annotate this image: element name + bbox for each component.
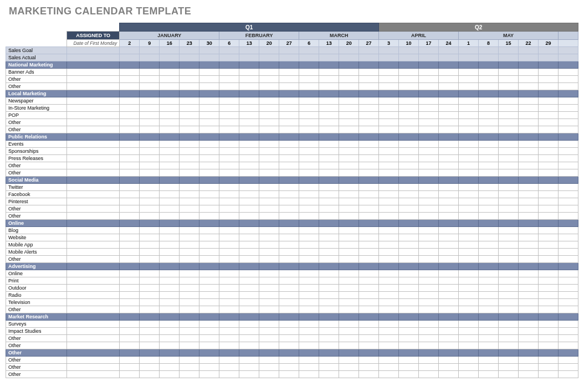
grid-cell[interactable]: [499, 148, 519, 155]
grid-cell[interactable]: [279, 97, 299, 105]
grid-cell[interactable]: [439, 349, 459, 357]
grid-cell[interactable]: [120, 191, 140, 198]
row-label[interactable]: Website: [6, 234, 67, 241]
grid-cell[interactable]: [399, 141, 419, 148]
grid-cell[interactable]: [160, 357, 180, 364]
grid-cell[interactable]: [419, 191, 439, 198]
grid-cell[interactable]: [339, 234, 359, 241]
grid-cell[interactable]: [379, 285, 399, 292]
grid-cell[interactable]: [538, 227, 558, 234]
grid-cell[interactable]: [359, 213, 379, 220]
grid-cell[interactable]: [519, 126, 539, 133]
week-cell[interactable]: 3: [379, 40, 399, 47]
grid-cell[interactable]: [558, 277, 578, 285]
assigned-cell[interactable]: [67, 133, 120, 141]
grid-cell[interactable]: [538, 133, 558, 141]
grid-cell[interactable]: [499, 133, 519, 141]
grid-cell[interactable]: [160, 97, 180, 105]
grid-cell[interactable]: [439, 61, 459, 69]
grid-cell[interactable]: [359, 76, 379, 83]
grid-cell[interactable]: [479, 234, 499, 241]
grid-cell[interactable]: [459, 227, 479, 234]
grid-cell[interactable]: [180, 54, 199, 61]
row-label[interactable]: Twitter: [6, 184, 67, 191]
grid-cell[interactable]: [519, 263, 539, 270]
grid-cell[interactable]: [299, 90, 319, 97]
grid-cell[interactable]: [239, 285, 259, 292]
grid-cell[interactable]: [279, 83, 299, 90]
grid-cell[interactable]: [279, 249, 299, 256]
grid-cell[interactable]: [219, 292, 239, 299]
grid-cell[interactable]: [538, 184, 558, 191]
grid-cell[interactable]: [219, 249, 239, 256]
grid-cell[interactable]: [519, 364, 539, 371]
grid-cell[interactable]: [379, 76, 399, 83]
grid-cell[interactable]: [479, 263, 499, 270]
grid-cell[interactable]: [399, 371, 419, 378]
grid-cell[interactable]: [299, 371, 319, 378]
grid-cell[interactable]: [519, 241, 539, 249]
grid-cell[interactable]: [538, 371, 558, 378]
grid-cell[interactable]: [279, 299, 299, 306]
grid-cell[interactable]: [399, 133, 419, 141]
grid-cell[interactable]: [359, 61, 379, 69]
grid-cell[interactable]: [180, 112, 199, 119]
grid-cell[interactable]: [538, 292, 558, 299]
grid-cell[interactable]: [558, 83, 578, 90]
grid-cell[interactable]: [319, 306, 339, 313]
grid-cell[interactable]: [499, 105, 519, 112]
grid-cell[interactable]: [279, 54, 299, 61]
grid-cell[interactable]: [519, 90, 539, 97]
grid-cell[interactable]: [199, 220, 219, 227]
grid-cell[interactable]: [558, 292, 578, 299]
row-label[interactable]: Newspaper: [6, 97, 67, 105]
grid-cell[interactable]: [339, 321, 359, 328]
grid-cell[interactable]: [439, 54, 459, 61]
grid-cell[interactable]: [339, 69, 359, 76]
grid-cell[interactable]: [558, 220, 578, 227]
grid-cell[interactable]: [538, 328, 558, 335]
grid-cell[interactable]: [379, 249, 399, 256]
grid-cell[interactable]: [140, 357, 160, 364]
grid-cell[interactable]: [259, 83, 279, 90]
grid-cell[interactable]: [199, 299, 219, 306]
grid-cell[interactable]: [279, 220, 299, 227]
grid-cell[interactable]: [259, 285, 279, 292]
grid-cell[interactable]: [279, 162, 299, 169]
grid-cell[interactable]: [459, 299, 479, 306]
grid-cell[interactable]: [379, 371, 399, 378]
grid-cell[interactable]: [259, 162, 279, 169]
grid-cell[interactable]: [538, 263, 558, 270]
grid-cell[interactable]: [479, 76, 499, 83]
grid-cell[interactable]: [259, 177, 279, 184]
grid-cell[interactable]: [459, 169, 479, 177]
grid-cell[interactable]: [439, 126, 459, 133]
grid-cell[interactable]: [219, 47, 239, 54]
assigned-cell[interactable]: [67, 321, 120, 328]
grid-cell[interactable]: [319, 47, 339, 54]
grid-cell[interactable]: [419, 227, 439, 234]
grid-cell[interactable]: [319, 256, 339, 263]
grid-cell[interactable]: [499, 83, 519, 90]
grid-cell[interactable]: [199, 234, 219, 241]
grid-cell[interactable]: [120, 133, 140, 141]
grid-cell[interactable]: [319, 321, 339, 328]
grid-cell[interactable]: [519, 313, 539, 321]
grid-cell[interactable]: [180, 205, 199, 213]
grid-cell[interactable]: [359, 169, 379, 177]
grid-cell[interactable]: [459, 313, 479, 321]
grid-cell[interactable]: [538, 285, 558, 292]
grid-cell[interactable]: [299, 277, 319, 285]
grid-cell[interactable]: [279, 169, 299, 177]
grid-cell[interactable]: [419, 364, 439, 371]
grid-cell[interactable]: [479, 155, 499, 162]
grid-cell[interactable]: [339, 97, 359, 105]
grid-cell[interactable]: [219, 321, 239, 328]
grid-cell[interactable]: [199, 47, 219, 54]
grid-cell[interactable]: [339, 191, 359, 198]
grid-cell[interactable]: [459, 191, 479, 198]
grid-cell[interactable]: [399, 47, 419, 54]
grid-cell[interactable]: [399, 184, 419, 191]
grid-cell[interactable]: [279, 241, 299, 249]
week-cell[interactable]: 27: [279, 40, 299, 47]
